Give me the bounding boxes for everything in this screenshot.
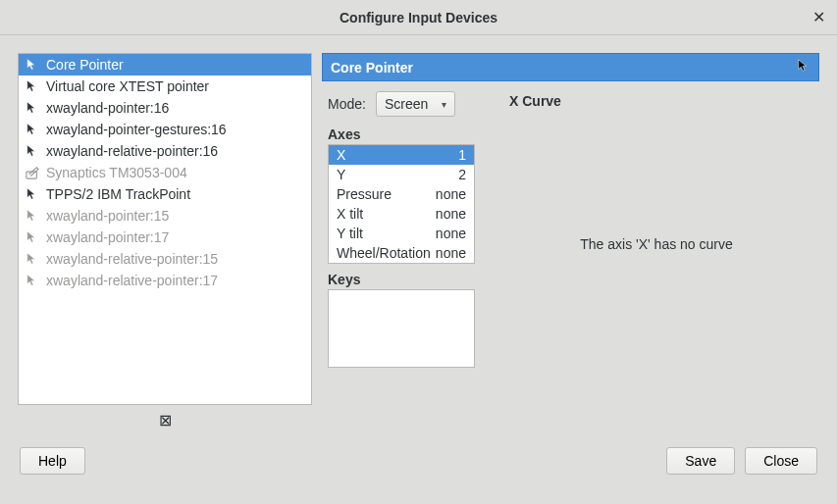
cursor-icon	[25, 208, 40, 224]
device-label: xwayland-pointer:17	[46, 229, 169, 245]
right-panel: Core Pointer Mode: Screen ▾ Axes X1Y2Pre…	[322, 53, 819, 429]
axes-label: Axes	[328, 126, 485, 142]
device-header: Core Pointer	[322, 53, 819, 81]
cursor-icon	[25, 122, 40, 137]
content-area: Core PointerVirtual core XTEST pointerxw…	[0, 35, 837, 447]
mode-label: Mode:	[328, 96, 366, 112]
cursor-icon	[25, 229, 40, 245]
axis-value: none	[436, 186, 466, 202]
device-item[interactable]: xwayland-relative-pointer:17	[19, 270, 311, 291]
device-list[interactable]: Core PointerVirtual core XTEST pointerxw…	[18, 53, 312, 405]
device-label: xwayland-pointer-gestures:16	[46, 122, 227, 137]
axes-row[interactable]: X tiltnone	[329, 204, 474, 224]
device-label: Synaptics TM3053-004	[46, 165, 187, 180]
axes-row[interactable]: Wheel/Rotationnone	[329, 243, 474, 263]
axis-value: none	[436, 226, 466, 241]
device-item[interactable]: Core Pointer	[19, 54, 311, 76]
axis-value: 2	[458, 167, 466, 182]
mode-row: Mode: Screen ▾	[328, 91, 485, 117]
device-label: xwayland-relative-pointer:17	[46, 273, 218, 288]
mode-combo[interactable]: Screen ▾	[376, 91, 455, 117]
curve-title: X Curve	[509, 93, 804, 109]
device-header-title: Core Pointer	[331, 60, 413, 76]
save-button[interactable]: Save	[666, 447, 735, 475]
chevron-down-icon: ▾	[442, 99, 446, 110]
device-item[interactable]: Virtual core XTEST pointer	[19, 76, 311, 97]
tablet-icon	[25, 165, 40, 180]
cursor-icon	[25, 100, 40, 116]
cursor-icon	[25, 273, 40, 288]
close-button[interactable]: Close	[745, 447, 817, 475]
axes-row[interactable]: X1	[329, 145, 474, 165]
axis-value: none	[436, 245, 466, 261]
cursor-icon	[25, 78, 40, 94]
device-left-column: Mode: Screen ▾ Axes X1Y2PressurenoneX ti…	[328, 91, 485, 368]
axes-row[interactable]: Y tiltnone	[329, 224, 474, 243]
button-bar: Help Save Close	[0, 447, 837, 488]
keys-label: Keys	[328, 272, 485, 287]
device-item[interactable]: xwayland-relative-pointer:16	[19, 140, 311, 162]
device-item[interactable]: xwayland-pointer:15	[19, 205, 311, 227]
button-bar-right: Save Close	[666, 447, 817, 475]
axis-value: 1	[458, 147, 466, 163]
close-icon[interactable]: ✕	[812, 8, 825, 26]
device-label: xwayland-relative-pointer:16	[46, 143, 218, 159]
device-label: Core Pointer	[46, 57, 124, 73]
device-item[interactable]: TPPS/2 IBM TrackPoint	[19, 183, 311, 205]
device-right-column: X Curve The axis 'X' has no curve	[499, 91, 813, 368]
axis-name: Y	[337, 167, 345, 182]
device-item[interactable]: xwayland-pointer-gestures:16	[19, 119, 311, 140]
left-panel: Core PointerVirtual core XTEST pointerxw…	[18, 53, 312, 429]
window-title: Configure Input Devices	[340, 10, 497, 25]
device-label: TPPS/2 IBM TrackPoint	[46, 186, 190, 202]
axes-table[interactable]: X1Y2PressurenoneX tiltnoneY tiltnoneWhee…	[328, 144, 475, 264]
device-body: Mode: Screen ▾ Axes X1Y2PressurenoneX ti…	[322, 81, 819, 378]
device-item[interactable]: xwayland-pointer:17	[19, 227, 311, 248]
cursor-icon	[25, 57, 40, 73]
cursor-icon	[25, 143, 40, 159]
axis-name: X	[337, 147, 345, 163]
axis-name: X tilt	[337, 206, 363, 222]
axis-name: Y tilt	[337, 226, 363, 241]
selection-indicator: ⊠	[18, 405, 312, 429]
axes-row[interactable]: Pressurenone	[329, 184, 474, 204]
cursor-icon	[25, 251, 40, 267]
axis-value: none	[436, 206, 466, 222]
device-label: xwayland-pointer:15	[46, 208, 169, 224]
cursor-icon	[25, 186, 40, 202]
device-label: xwayland-pointer:16	[46, 100, 169, 116]
axis-name: Wheel/Rotation	[337, 245, 431, 261]
device-label: xwayland-relative-pointer:15	[46, 251, 218, 267]
curve-message: The axis 'X' has no curve	[509, 236, 804, 252]
titlebar: Configure Input Devices ✕	[0, 0, 837, 35]
keys-box[interactable]	[328, 289, 475, 368]
device-item[interactable]: xwayland-pointer:16	[19, 97, 311, 119]
device-label: Virtual core XTEST pointer	[46, 78, 209, 94]
axes-row[interactable]: Y2	[329, 165, 474, 184]
mode-value: Screen	[385, 96, 428, 112]
axis-name: Pressure	[337, 186, 392, 202]
cursor-icon	[797, 59, 811, 76]
help-button[interactable]: Help	[20, 447, 85, 475]
device-item[interactable]: Synaptics TM3053-004	[19, 162, 311, 183]
device-item[interactable]: xwayland-relative-pointer:15	[19, 248, 311, 270]
